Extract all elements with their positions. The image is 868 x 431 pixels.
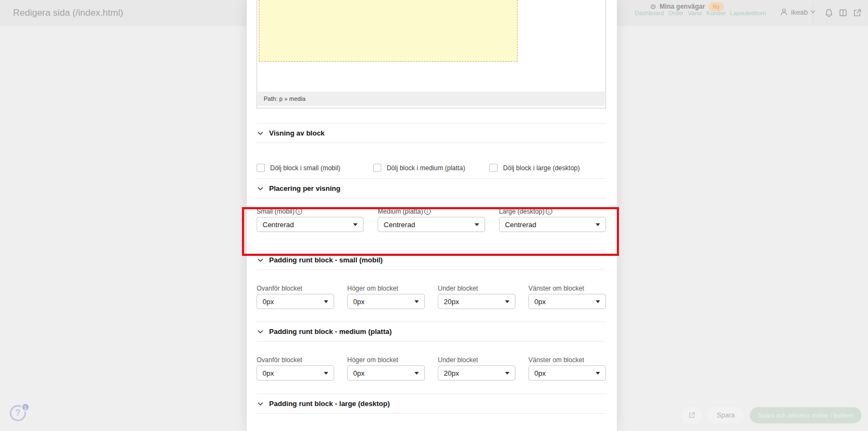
caret-down-icon — [475, 223, 479, 226]
save-and-activate-button[interactable]: Spara och aktivera mallar i butiken — [750, 407, 861, 423]
field-placement-large: Large (desktop) i Centrerad — [499, 207, 606, 250]
external-link-icon[interactable] — [852, 8, 862, 18]
info-icon[interactable]: i — [296, 208, 302, 215]
section-header-padding-medium[interactable]: Padding runt block - medium (platta) — [257, 321, 606, 342]
nav-link-layouteditorn[interactable]: Layouteditorn — [730, 10, 767, 16]
padding-medium-fields-row: Ovanför blocket 0px Höger om blocket 0px… — [257, 342, 606, 394]
padding-small-top-select[interactable]: 0px — [257, 294, 334, 309]
caret-down-icon — [414, 372, 419, 375]
checkbox-icon[interactable] — [373, 164, 381, 172]
section-title: Padding runt block - large (desktop) — [269, 400, 390, 408]
caret-down-icon — [596, 372, 600, 375]
checkbox-hide-medium[interactable]: Dölj block i medium (platta) — [373, 157, 490, 178]
field-padding-left: Vänster om blocket 0px — [528, 284, 606, 321]
field-label: Vänster om blocket — [528, 284, 606, 293]
placement-fields-row: Small (mobil) i Centrerad Medium (platta… — [257, 198, 606, 250]
padding-small-left-select[interactable]: 0px — [528, 294, 606, 309]
placement-large-select[interactable]: Centrerad — [499, 217, 606, 232]
checkbox-icon[interactable] — [257, 164, 265, 172]
field-label: Vänster om blocket — [528, 356, 606, 364]
field-padding-left: Vänster om blocket 0px — [528, 356, 606, 394]
chevron-down-icon — [258, 187, 263, 190]
field-padding-top: Ovanför blocket 0px — [257, 356, 334, 394]
field-placement-small: Small (mobil) i Centrerad — [257, 207, 363, 250]
nav-link-kunder[interactable]: Kunder — [706, 10, 725, 16]
field-padding-bottom: Under blocket 20px — [438, 284, 515, 321]
field-label: Medium (platta) i — [378, 207, 484, 216]
checkbox-label: Dölj block i large (desktop) — [503, 164, 579, 172]
select-value: 0px — [263, 369, 274, 377]
select-value: 0px — [534, 369, 546, 377]
caret-down-icon — [505, 372, 509, 375]
select-value: 0px — [353, 298, 365, 306]
padding-medium-top-select[interactable]: 0px — [257, 365, 334, 381]
select-value: Centrerad — [505, 221, 537, 229]
select-value: 0px — [534, 298, 546, 306]
username: ikeab — [791, 8, 808, 16]
field-padding-top: Ovanför blocket 0px — [257, 284, 334, 321]
field-label: Under blocket — [438, 356, 515, 364]
documentation-book-icon[interactable] — [838, 8, 848, 18]
field-padding-bottom: Under blocket 20px — [438, 356, 515, 394]
page-title: Redigera sida (/index.html) — [13, 8, 123, 18]
user-icon — [780, 8, 788, 16]
checkbox-icon[interactable] — [489, 164, 497, 172]
caret-down-icon — [596, 223, 600, 226]
info-icon[interactable]: i — [424, 208, 431, 215]
padding-small-right-select[interactable]: 0px — [347, 294, 425, 309]
notifications-bell-icon[interactable] — [824, 8, 834, 18]
chevron-down-icon — [258, 132, 263, 135]
padding-medium-bottom-select[interactable]: 20px — [438, 365, 515, 381]
field-label: Under blocket — [438, 284, 515, 293]
rich-text-editor[interactable]: Path: p » media — [257, 0, 606, 108]
field-label: Höger om blocket — [347, 284, 425, 293]
section-header-padding-large[interactable]: Padding runt block - large (desktop) — [257, 394, 606, 414]
caret-down-icon — [324, 372, 328, 375]
section-header-placering-per-visning[interactable]: Placering per visning — [257, 178, 606, 198]
padding-small-bottom-select[interactable]: 20px — [438, 294, 515, 309]
field-label: Höger om blocket — [347, 356, 425, 364]
caret-down-icon — [353, 223, 358, 226]
padding-medium-left-select[interactable]: 0px — [528, 365, 606, 381]
selected-media-block[interactable] — [259, 0, 518, 62]
section-header-padding-small[interactable]: Padding runt block - small (mobil) — [257, 250, 606, 270]
preview-external-button[interactable] — [681, 407, 702, 423]
section-header-visning-av-block[interactable]: Visning av block — [257, 123, 606, 143]
user-menu[interactable]: ikeab — [780, 8, 815, 16]
padding-small-fields-row: Ovanför blocket 0px Höger om blocket 0px… — [257, 270, 606, 321]
caret-down-icon — [505, 300, 509, 303]
editor-path-bar[interactable]: Path: p » media — [258, 92, 605, 106]
checkbox-label: Dölj block i medium (platta) — [387, 164, 465, 172]
chevron-down-icon — [258, 259, 263, 262]
placement-medium-select[interactable]: Centrerad — [378, 217, 484, 232]
field-padding-right: Höger om blocket 0px — [347, 356, 425, 394]
topbar-divider — [813, 3, 813, 24]
nav-link-dashboard[interactable]: Dashboard — [635, 10, 664, 16]
field-label: Ovanför blocket — [257, 356, 334, 364]
select-value: 0px — [263, 298, 274, 306]
select-value: Centrerad — [263, 221, 294, 229]
nav-link-varor[interactable]: Varor — [688, 10, 702, 16]
select-value: 0px — [353, 369, 365, 377]
padding-medium-right-select[interactable]: 0px — [347, 365, 425, 381]
info-icon[interactable]: i — [546, 208, 552, 215]
top-navigation: Dashboard Order Varor Kunder Layoutedito… — [635, 10, 766, 16]
save-button[interactable]: Spara — [707, 407, 744, 423]
select-value: 20px — [444, 369, 459, 377]
chevron-down-icon — [258, 402, 263, 406]
caret-down-icon — [324, 300, 328, 303]
section-title: Placering per visning — [269, 184, 341, 192]
caret-down-icon — [596, 300, 600, 303]
field-padding-right: Höger om blocket 0px — [347, 284, 425, 321]
edit-block-modal: Path: p » media Visning av block Dölj bl… — [247, 0, 617, 431]
checkbox-hide-small[interactable]: Dölj block i small (mobil) — [257, 157, 373, 178]
gear-icon: ⚙ — [650, 3, 656, 10]
chevron-down-icon — [258, 330, 263, 333]
section-title: Visning av block — [269, 129, 324, 137]
checkbox-hide-large[interactable]: Dölj block i large (desktop) — [489, 157, 606, 178]
nav-link-order[interactable]: Order — [668, 10, 684, 16]
field-placement-medium: Medium (platta) i Centrerad — [378, 207, 484, 250]
section-title: Padding runt block - small (mobil) — [269, 256, 382, 264]
field-label: Small (mobil) i — [257, 207, 363, 216]
placement-small-select[interactable]: Centrerad — [257, 217, 363, 232]
